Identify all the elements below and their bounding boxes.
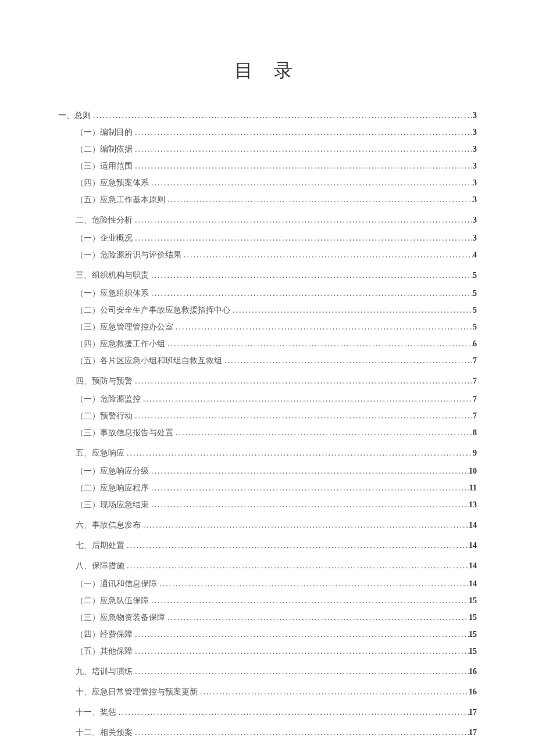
toc-entry-label: 二、危险性分析 <box>76 214 133 226</box>
toc-entry-page: 17 <box>469 726 477 739</box>
toc-entry[interactable]: （五）应急工作基本原则3 <box>76 194 477 206</box>
toc-entry[interactable]: 十、应急日常管理管控与预案更新16 <box>76 686 477 698</box>
toc-entry[interactable]: 一、总则3 <box>58 109 477 121</box>
toc-entry[interactable]: （二）预警行动7 <box>76 410 477 422</box>
toc-leader <box>124 447 473 459</box>
toc-entry[interactable]: 九、培训与演练16 <box>76 665 477 678</box>
toc-entry[interactable]: 十一、奖惩17 <box>76 706 477 718</box>
toc-leader <box>133 232 473 244</box>
toc-entry-label: 三、组织机构与职责 <box>76 269 149 281</box>
toc-entry[interactable]: （四）经费保障15 <box>76 628 477 640</box>
toc-entry[interactable]: （一）通讯和信息保障14 <box>76 578 477 590</box>
toc-entry-label: 十、应急日常管理管控与预案更新 <box>76 686 198 698</box>
toc-entry[interactable]: 五、应急响应9 <box>76 447 477 459</box>
toc-entry-page: 14 <box>469 539 477 551</box>
toc-entry[interactable]: （一）企业概况3 <box>76 232 477 244</box>
toc-entry-page: 16 <box>469 686 477 698</box>
toc-entry-label: （四）经费保障 <box>76 628 133 640</box>
toc-entry-page: 6 <box>473 338 477 350</box>
toc-entry-label: （二）公司安全生产事故应急救援指挥中心 <box>76 304 230 316</box>
toc-entry-label: （五）其他保障 <box>76 645 133 657</box>
toc-entry[interactable]: （一）危险源监控7 <box>76 393 477 405</box>
toc-entry-label: 一、总则 <box>58 109 91 121</box>
toc-entry-page: 17 <box>469 706 477 718</box>
toc-entry-page: 7 <box>473 375 477 387</box>
toc-entry[interactable]: （三）现场应急结束13 <box>76 499 477 511</box>
toc-entry-label: （三）现场应急结束 <box>76 499 149 511</box>
toc-leader <box>133 645 469 657</box>
toc-leader <box>124 539 469 551</box>
toc-leader <box>149 177 473 189</box>
toc-entry-page: 3 <box>473 109 477 121</box>
toc-entry[interactable]: （二）应急队伍保障15 <box>76 594 477 607</box>
toc-entry[interactable]: （二）应急响应程序11 <box>76 482 477 494</box>
toc-leader <box>133 126 473 138</box>
toc-entry-page: 4 <box>473 249 477 261</box>
toc-entry-page: 3 <box>473 126 477 138</box>
toc-leader <box>173 321 473 333</box>
toc-entry[interactable]: （四）应急预案体系3 <box>76 177 477 189</box>
toc-entry-label: 十二、相关预案 <box>76 726 133 739</box>
toc-leader <box>141 519 469 531</box>
toc-title: 目 录 <box>58 58 477 84</box>
toc-list: 一、总则3（一）编制目的3（二）编制依据3（三）适用范围3（四）应急预案体系3（… <box>58 109 477 739</box>
toc-entry[interactable]: （二）编制依据3 <box>76 143 477 155</box>
toc-leader <box>222 354 473 367</box>
toc-leader <box>149 594 469 607</box>
toc-entry-label: （五）各片区应急小组和班组自救互救组 <box>76 354 222 367</box>
toc-leader <box>133 375 473 387</box>
toc-leader <box>133 726 469 739</box>
toc-entry-page: 3 <box>473 160 477 172</box>
toc-entry-page: 13 <box>469 499 477 511</box>
toc-entry-page: 3 <box>473 232 477 244</box>
toc-leader <box>165 611 469 624</box>
toc-entry[interactable]: （三）适用范围3 <box>76 160 477 172</box>
toc-leader <box>91 109 473 121</box>
toc-entry[interactable]: （一）编制目的3 <box>76 126 477 138</box>
toc-entry-label: （四）应急救援工作小组 <box>76 338 165 350</box>
toc-leader <box>133 143 473 155</box>
toc-entry-page: 15 <box>469 594 477 607</box>
toc-entry[interactable]: （二）公司安全生产事故应急救援指挥中心5 <box>76 304 477 316</box>
toc-entry[interactable]: 七、后期处置14 <box>76 539 477 551</box>
toc-entry-label: （二）应急队伍保障 <box>76 594 149 607</box>
toc-leader <box>173 427 473 439</box>
toc-leader <box>149 269 473 281</box>
toc-entry-page: 16 <box>469 665 477 678</box>
toc-entry-label: （一）危险源辨识与评价结果 <box>76 249 181 261</box>
toc-entry[interactable]: （四）应急救援工作小组6 <box>76 338 477 350</box>
toc-entry[interactable]: （一）危险源辨识与评价结果4 <box>76 249 477 261</box>
toc-entry-label: （五）应急工作基本原则 <box>76 194 165 206</box>
toc-entry-label: （二）应急响应程序 <box>76 482 149 494</box>
toc-entry-label: 十一、奖惩 <box>76 706 116 718</box>
toc-entry[interactable]: （一）应急响应分级10 <box>76 465 477 477</box>
toc-entry-label: （三）应急管理管控办公室 <box>76 321 173 333</box>
toc-entry[interactable]: （三）事故信息报告与处置8 <box>76 427 477 439</box>
toc-entry[interactable]: 十二、相关预案17 <box>76 726 477 739</box>
toc-leader <box>133 628 469 640</box>
toc-entry-label: 七、后期处置 <box>76 539 124 551</box>
toc-entry-label: （三）事故信息报告与处置 <box>76 427 173 439</box>
toc-leader <box>133 160 473 172</box>
toc-entry-label: （一）企业概况 <box>76 232 133 244</box>
toc-entry[interactable]: 四、预防与预警7 <box>76 375 477 387</box>
toc-entry-page: 14 <box>469 560 477 572</box>
toc-entry[interactable]: （一）应急组织体系5 <box>76 287 477 299</box>
toc-entry-page: 5 <box>473 321 477 333</box>
toc-entry[interactable]: （五）各片区应急小组和班组自救互救组7 <box>76 354 477 367</box>
toc-entry[interactable]: 二、危险性分析3 <box>76 214 477 226</box>
toc-entry-label: 六、事故信息发布 <box>76 519 141 531</box>
toc-entry[interactable]: （三）应急管理管控办公室5 <box>76 321 477 333</box>
toc-entry-page: 14 <box>469 519 477 531</box>
toc-entry[interactable]: （三）应急物资装备保障15 <box>76 611 477 624</box>
toc-entry-label: （一）编制目的 <box>76 126 133 138</box>
toc-entry[interactable]: （五）其他保障15 <box>76 645 477 657</box>
toc-entry-page: 3 <box>473 214 477 226</box>
toc-entry[interactable]: 六、事故信息发布14 <box>76 519 477 531</box>
toc-entry-page: 15 <box>469 645 477 657</box>
toc-entry-label: 五、应急响应 <box>76 447 124 459</box>
toc-entry-label: （一）危险源监控 <box>76 393 141 405</box>
toc-entry[interactable]: 八、保障措施14 <box>76 560 477 572</box>
toc-leader <box>149 287 473 299</box>
toc-entry[interactable]: 三、组织机构与职责5 <box>76 269 477 281</box>
